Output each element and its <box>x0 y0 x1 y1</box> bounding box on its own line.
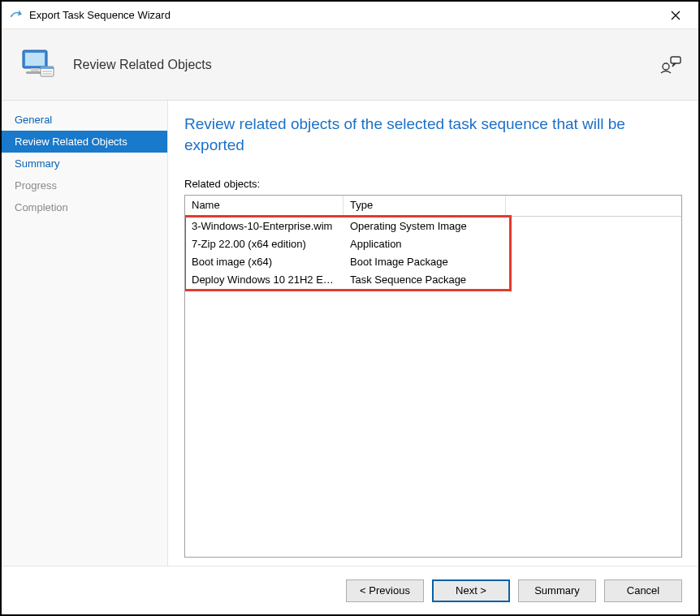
table-body: 3-Windows-10-Enterprise.wim Operating Sy… <box>185 217 681 288</box>
summary-button[interactable]: Summary <box>518 579 596 602</box>
wizard-body: General Review Related Objects Summary P… <box>2 101 698 566</box>
related-objects-label: Related objects: <box>184 178 682 190</box>
wizard-window: Export Task Sequence Wizard Review Relat… <box>0 0 700 616</box>
table-row[interactable]: Boot image (x64) Boot Image Package <box>185 252 681 270</box>
cell-name: Boot image (x64) <box>185 254 344 269</box>
sidebar-item-summary[interactable]: Summary <box>2 153 167 174</box>
cell-name: 7-Zip 22.00 (x64 edition) <box>185 236 344 252</box>
previous-button[interactable]: < Previous <box>346 579 424 602</box>
table-header: Name Type <box>185 196 681 217</box>
cancel-button[interactable]: Cancel <box>604 579 682 602</box>
export-arrow-icon <box>8 8 23 23</box>
cell-name: Deploy Windows 10 21H2 En... <box>185 272 344 287</box>
sidebar: General Review Related Objects Summary P… <box>2 101 168 566</box>
feedback-icon[interactable] <box>659 55 682 75</box>
cell-type: Boot Image Package <box>344 254 522 269</box>
related-objects-table: Name Type 3-Windows-10-Enterprise.wim Op… <box>184 195 682 558</box>
cell-name: 3-Windows-10-Enterprise.wim <box>185 218 344 234</box>
wizard-footer: < Previous Next > Summary Cancel <box>2 566 698 614</box>
cell-type: Task Sequence Package <box>344 272 522 287</box>
main-panel: Review related objects of the selected t… <box>168 101 698 566</box>
page-heading: Review related objects of the selected t… <box>184 114 682 155</box>
sidebar-item-progress: Progress <box>2 174 167 196</box>
close-button[interactable] <box>659 3 692 28</box>
column-header-type[interactable]: Type <box>344 196 506 216</box>
sidebar-item-review-related[interactable]: Review Related Objects <box>2 131 167 153</box>
sidebar-item-general[interactable]: General <box>2 109 167 131</box>
table-row[interactable]: 3-Windows-10-Enterprise.wim Operating Sy… <box>185 217 681 235</box>
titlebar: Export Task Sequence Wizard <box>2 2 698 29</box>
table-row[interactable]: Deploy Windows 10 21H2 En... Task Sequen… <box>185 270 681 288</box>
header-title: Review Related Objects <box>73 58 659 72</box>
svg-rect-3 <box>25 53 45 66</box>
svg-rect-11 <box>671 57 681 63</box>
svg-rect-4 <box>31 68 39 71</box>
computer-icon <box>18 45 57 84</box>
sidebar-item-completion: Completion <box>2 196 167 218</box>
table-row[interactable]: 7-Zip 22.00 (x64 edition) Application <box>185 235 681 252</box>
svg-rect-7 <box>41 67 54 69</box>
svg-point-10 <box>663 63 669 70</box>
cell-type: Application <box>344 236 522 252</box>
window-title: Export Task Sequence Wizard <box>29 9 171 21</box>
column-header-blank <box>506 196 681 216</box>
column-header-name[interactable]: Name <box>185 196 344 216</box>
cell-type: Operating System Image <box>344 218 522 234</box>
next-button[interactable]: Next > <box>432 579 510 602</box>
header-band: Review Related Objects <box>2 29 698 101</box>
